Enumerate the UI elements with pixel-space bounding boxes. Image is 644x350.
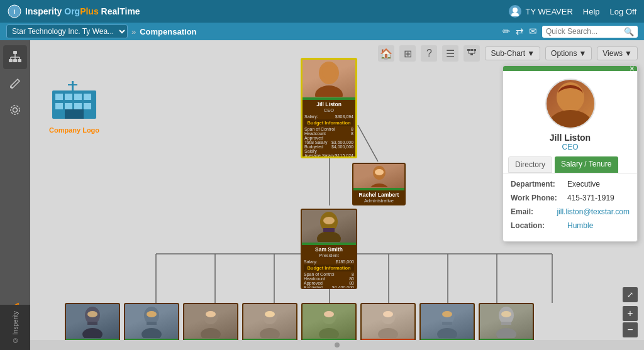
subchart-button[interactable]: Sub-Chart ▼ <box>485 46 540 60</box>
assistant-title: Administrative Assistant <box>355 198 402 205</box>
subchart-label: Sub-Chart <box>491 49 525 58</box>
zoom-in-button[interactable]: + <box>623 306 638 321</box>
kyle-photo <box>66 304 119 339</box>
home-icon[interactable]: 🏠 <box>378 45 394 62</box>
svg-point-82 <box>324 311 334 317</box>
chart-toolbar: 🏠 ⊞ ? ☰ Sub-Chart ▼ Options ▼ Views ▼ <box>378 45 638 62</box>
ceo-approved-row: Approved <box>304 136 353 140</box>
user-menu[interactable]: TY WEAVER <box>509 5 572 18</box>
assistant-photo <box>353 164 404 188</box>
app-title: Insperity OrgPlus RealTime <box>25 6 140 16</box>
zoom-out-button[interactable]: − <box>623 322 638 337</box>
svg-point-64 <box>323 217 335 224</box>
phone-value: 415-371-1919 <box>567 194 614 202</box>
company-selector[interactable]: Star Technology Inc. Ty Wea... <box>6 25 128 38</box>
email-icon[interactable]: ✉ <box>529 26 537 37</box>
info-location-row: Location: Humble <box>511 221 630 230</box>
scroll-bar[interactable] <box>30 340 644 350</box>
location-value[interactable]: Humble <box>567 221 593 230</box>
svg-point-57 <box>315 85 343 97</box>
sidebar-item-settings[interactable] <box>3 98 27 122</box>
svg-point-84 <box>378 328 398 338</box>
ceo-title: CEO <box>304 107 353 113</box>
president-photo <box>302 210 356 243</box>
options-label: Options <box>551 49 577 58</box>
president-node[interactable]: Sam Smith President Salary: $185,000 Bud… <box>301 209 357 289</box>
svg-point-16 <box>11 106 19 114</box>
top-nav-right: TY WEAVER Help Log Off <box>509 5 636 18</box>
expand-icon[interactable]: ⊞ <box>399 45 416 62</box>
svg-point-72 <box>147 311 157 317</box>
vanessa-photo <box>362 304 414 339</box>
svg-point-2 <box>513 8 518 13</box>
ceo-salary-label: Salary: <box>304 114 318 119</box>
svg-point-3 <box>511 13 519 16</box>
svg-point-61 <box>375 169 384 175</box>
svg-point-76 <box>206 311 216 317</box>
svg-rect-6 <box>13 59 17 62</box>
svg-rect-32 <box>84 103 91 109</box>
title-time: Time <box>119 6 140 16</box>
phone-label: Work Phone: <box>511 194 567 202</box>
info-avatar <box>545 79 596 129</box>
breadcrumb-separator: » <box>131 27 136 36</box>
location-label: Location: <box>511 221 567 230</box>
svg-point-92 <box>501 311 511 317</box>
ceo-name: Jill Liston <box>304 101 353 107</box>
assistant-info: Rachel Lambert Administrative Assistant … <box>353 190 404 205</box>
info-icon[interactable]: ? <box>421 45 437 62</box>
title-insperity: Insperity <box>25 6 62 16</box>
info-avatar-image <box>547 80 594 128</box>
tab-salary-tenure[interactable]: Salary / Tenure <box>555 156 618 173</box>
views-button[interactable]: Views ▼ <box>597 46 638 60</box>
sidebar-item-edit[interactable] <box>3 72 27 96</box>
svg-rect-33 <box>65 109 84 119</box>
info-department-row: Department: Executive <box>511 180 630 189</box>
ceo-salary-row: Salary: $303,094 <box>304 114 353 119</box>
list-view-icon[interactable]: ☰ <box>442 45 458 62</box>
info-person-title: CEO <box>562 143 578 151</box>
fullscreen-button[interactable]: ⤢ <box>623 287 638 302</box>
info-close-button[interactable]: × <box>630 65 635 73</box>
insperity-branding: © Insperity <box>0 305 30 350</box>
subchart-dropdown-icon: ▼ <box>527 49 535 58</box>
search-input[interactable] <box>546 27 621 36</box>
info-details: Department: Executive Work Phone: 415-37… <box>503 173 637 241</box>
svg-point-91 <box>496 328 516 338</box>
assistant-node[interactable]: Rachel Lambert Administrative Assistant … <box>352 163 406 205</box>
hierarchy-icon[interactable] <box>464 45 480 62</box>
sidebar-item-orgchart[interactable] <box>3 45 27 69</box>
search-box: 🔍 <box>542 26 638 38</box>
logoff-link[interactable]: Log Off <box>610 7 636 16</box>
ceo-node[interactable]: Jill Liston CEO Salary: $303,094 Budget … <box>301 58 357 158</box>
options-button[interactable]: Options ▼ <box>545 46 592 60</box>
cliff-photo <box>480 304 533 339</box>
svg-point-79 <box>265 311 275 317</box>
svg-point-60 <box>370 183 389 187</box>
breadcrumb-bar: Star Technology Inc. Ty Wea... » Compens… <box>0 23 644 40</box>
svg-rect-35 <box>68 84 77 85</box>
breadcrumb-current: Compensation <box>140 27 196 36</box>
svg-point-68 <box>87 311 97 317</box>
help-link[interactable]: Help <box>583 7 600 16</box>
svg-rect-30 <box>65 103 72 109</box>
app-logo: i Insperity OrgPlus RealTime <box>8 4 140 18</box>
share-icon[interactable]: ⇄ <box>516 26 524 37</box>
svg-point-15 <box>13 108 18 112</box>
ceo-headcount-row: Headcount 8 <box>304 131 353 136</box>
svg-rect-7 <box>18 59 21 62</box>
svg-rect-27 <box>74 94 82 100</box>
svg-point-63 <box>317 231 341 242</box>
company-logo-text: Company Logo <box>49 126 99 134</box>
views-label: Views <box>602 49 623 58</box>
edit-pencil-icon[interactable]: ✏ <box>502 26 511 37</box>
svg-rect-36 <box>467 49 470 51</box>
tab-directory[interactable]: Directory <box>508 156 552 173</box>
svg-point-71 <box>142 328 162 338</box>
main-area: © Insperity Company Logo <box>0 40 644 350</box>
email-value[interactable]: jill.liston@texstar.com <box>557 207 630 216</box>
info-panel-header: × <box>503 66 637 71</box>
info-person-name: Jill Liston <box>550 133 591 143</box>
search-button[interactable]: 🔍 <box>624 27 634 36</box>
info-panel: × Jill Liston CEO Directory <box>502 65 638 242</box>
